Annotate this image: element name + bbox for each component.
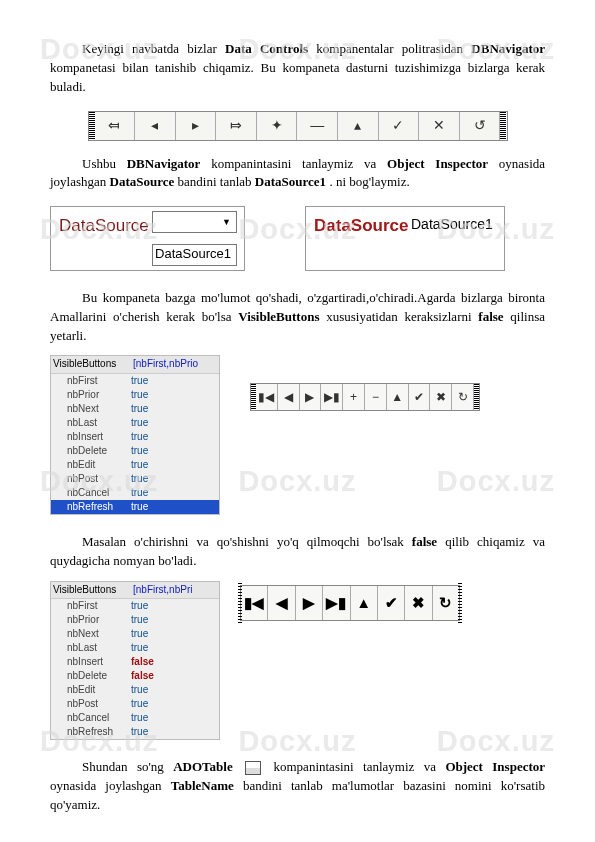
property-value: true xyxy=(131,683,217,697)
nav-cancel-button[interactable]: ✕ xyxy=(419,112,460,140)
nav-insert-button[interactable]: ✦ xyxy=(257,112,298,140)
text: Shundan so'ng xyxy=(82,759,173,774)
datasource-label: DataSource xyxy=(310,211,405,242)
property-row[interactable]: nbRefreshtrue xyxy=(51,725,219,739)
property-key: nbNext xyxy=(67,627,131,641)
datasource-dropdown-panel: DataSource DataSource1 xyxy=(50,206,245,271)
property-value: true xyxy=(131,599,217,613)
nav-last-button[interactable]: ⤇ xyxy=(216,112,257,140)
bold-text: DBNavigator xyxy=(127,156,201,171)
property-value: true xyxy=(131,697,217,711)
paragraph-visiblebuttons: Bu kompaneta bazga mo'lumot qo'shadi, o'… xyxy=(50,289,545,346)
datasource-option[interactable]: DataSource1 xyxy=(152,244,237,266)
paragraph-datasource: Ushbu DBNavigator kompanintasini tanlaym… xyxy=(50,155,545,193)
property-key: nbPrior xyxy=(67,613,131,627)
property-key: nbPost xyxy=(67,697,131,711)
property-row[interactable]: nbDeletetrue xyxy=(51,444,219,458)
nav-edit-button[interactable]: ▴ xyxy=(338,112,379,140)
nav-edit-button[interactable]: ▲ xyxy=(351,586,378,620)
property-key: nbLast xyxy=(67,641,131,655)
property-row[interactable]: nbFirsttrue xyxy=(51,374,219,388)
header-key: VisibleButtons xyxy=(53,357,133,372)
bold-text: false xyxy=(478,309,503,324)
property-value: true xyxy=(131,388,217,402)
text: Ushbu xyxy=(82,156,127,171)
property-row[interactable]: nbInsertfalse xyxy=(51,655,219,669)
property-key: nbInsert xyxy=(67,430,131,444)
property-row[interactable]: nbFirsttrue xyxy=(51,599,219,613)
property-row[interactable]: nbNexttrue xyxy=(51,402,219,416)
property-row[interactable]: nbPosttrue xyxy=(51,472,219,486)
property-value: false xyxy=(131,655,217,669)
property-row[interactable]: nbEdittrue xyxy=(51,458,219,472)
datasource-value: DataSource1 xyxy=(407,211,492,242)
nav-delete-button[interactable]: — xyxy=(297,112,338,140)
text: bandini tanlab xyxy=(178,174,255,189)
datasource-dropdown[interactable] xyxy=(152,211,237,233)
nav-first-button[interactable]: ▮◀ xyxy=(256,384,278,410)
bold-text: DataSource1 xyxy=(255,174,326,189)
property-row[interactable]: nbInserttrue xyxy=(51,430,219,444)
property-row[interactable]: nbPosttrue xyxy=(51,697,219,711)
property-key: nbRefresh xyxy=(67,500,131,514)
handle-right xyxy=(500,112,506,140)
nav-last-button[interactable]: ▶▮ xyxy=(321,384,343,410)
nav-prior-button[interactable]: ◀ xyxy=(268,586,295,620)
property-row[interactable]: nbCanceltrue xyxy=(51,486,219,500)
handle-right xyxy=(474,384,479,410)
nav-prior-button[interactable]: ◀ xyxy=(278,384,300,410)
nav-first-button[interactable]: ⤆ xyxy=(95,112,136,140)
text: Masalan o'chirishni va qo'shishni yo'q q… xyxy=(82,534,412,549)
dbnavigator-reduced: ▮◀ ◀ ▶ ▶▮ ▲ ✔ ✖ ↻ xyxy=(240,585,460,621)
bold-text: false xyxy=(412,534,437,549)
property-key: nbPost xyxy=(67,472,131,486)
property-row[interactable]: nbLasttrue xyxy=(51,416,219,430)
property-row[interactable]: nbRefreshtrue xyxy=(51,500,219,514)
text: . ni bog'laymiz. xyxy=(329,174,409,189)
property-key: nbFirst xyxy=(67,374,131,388)
visible-buttons-section-2: VisibleButtons [nbFirst,nbPri nbFirsttru… xyxy=(50,581,545,741)
property-key: nbEdit xyxy=(67,683,131,697)
property-row[interactable]: nbLasttrue xyxy=(51,641,219,655)
property-key: nbDelete xyxy=(67,669,131,683)
nav-next-button[interactable]: ▶ xyxy=(300,384,322,410)
nav-cancel-button[interactable]: ✖ xyxy=(405,586,432,620)
property-row[interactable]: nbNexttrue xyxy=(51,627,219,641)
nav-post-button[interactable]: ✔ xyxy=(378,586,405,620)
nav-refresh-button[interactable]: ↺ xyxy=(460,112,501,140)
property-key: nbCancel xyxy=(67,486,131,500)
property-key: nbRefresh xyxy=(67,725,131,739)
nav-next-button[interactable]: ▶ xyxy=(296,586,323,620)
header-key: VisibleButtons xyxy=(53,583,133,598)
paragraph-intro: Keyingi navbatda bizlar Data Controls ko… xyxy=(50,40,545,97)
property-value: true xyxy=(131,711,217,725)
text: kompanetasi bilan tanishib chiqamiz. Bu … xyxy=(50,60,545,94)
nav-prior-button[interactable]: ◂ xyxy=(135,112,176,140)
property-row[interactable]: nbEdittrue xyxy=(51,683,219,697)
property-value: true xyxy=(131,641,217,655)
nav-refresh-button[interactable]: ↻ xyxy=(452,384,474,410)
nav-insert-button[interactable]: + xyxy=(343,384,365,410)
property-value: true xyxy=(131,444,217,458)
property-row[interactable]: nbPriortrue xyxy=(51,388,219,402)
property-key: nbCancel xyxy=(67,711,131,725)
nav-next-button[interactable]: ▸ xyxy=(176,112,217,140)
property-row[interactable]: nbPriortrue xyxy=(51,613,219,627)
nav-refresh-button[interactable]: ↻ xyxy=(433,586,459,620)
datasource-label: DataSource xyxy=(55,211,150,242)
nav-last-button[interactable]: ▶▮ xyxy=(323,586,350,620)
property-row[interactable]: nbCanceltrue xyxy=(51,711,219,725)
property-row[interactable]: nbDeletefalse xyxy=(51,669,219,683)
nav-edit-button[interactable]: ▲ xyxy=(387,384,409,410)
nav-cancel-button[interactable]: ✖ xyxy=(430,384,452,410)
nav-post-button[interactable]: ✔ xyxy=(409,384,431,410)
dbnavigator-small: ▮◀ ◀ ▶ ▶▮ + − ▲ ✔ ✖ ↻ xyxy=(250,383,480,411)
datasource-row: DataSource DataSource1 DataSource DataSo… xyxy=(50,206,545,271)
nav-delete-button[interactable]: − xyxy=(365,384,387,410)
bold-text: DataSource xyxy=(110,174,175,189)
bold-text: Object Inspector xyxy=(387,156,488,171)
nav-first-button[interactable]: ▮◀ xyxy=(241,586,268,620)
nav-post-button[interactable]: ✓ xyxy=(379,112,420,140)
property-key: nbPrior xyxy=(67,388,131,402)
property-value: true xyxy=(131,486,217,500)
